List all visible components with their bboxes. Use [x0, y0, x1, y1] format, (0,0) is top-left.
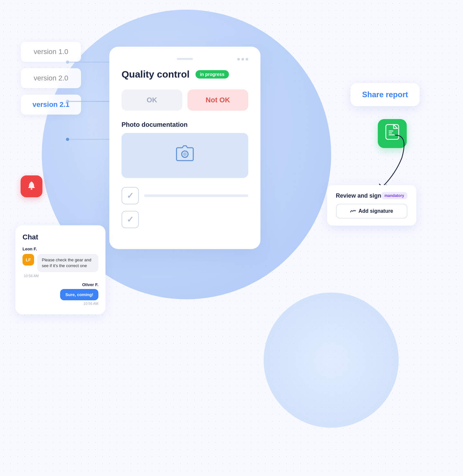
version-card-2[interactable]: version 2.0	[21, 68, 81, 88]
photo-section: Photo documentation	[122, 121, 248, 178]
check-mark-1: ✓	[127, 191, 134, 201]
review-title: Review and sign	[336, 192, 381, 199]
chat-user1-name: Leon F.	[23, 247, 98, 251]
svg-rect-6	[28, 187, 35, 188]
action-buttons: OK Not OK	[122, 89, 248, 111]
quality-control-card: Quality control in progress OK Not OK Ph…	[109, 47, 260, 249]
check-box-1[interactable]: ✓	[122, 187, 139, 204]
check-mark-2: ✓	[127, 215, 134, 225]
review-sign-card: Review and sign mandatory Add signature	[327, 185, 416, 226]
svg-rect-5	[386, 125, 399, 139]
photo-label: Photo documentation	[122, 121, 248, 128]
version-card-1[interactable]: version 1.0	[21, 42, 81, 62]
review-header: Review and sign mandatory	[336, 192, 407, 199]
card-header: Quality control in progress	[122, 69, 248, 80]
share-report-card[interactable]: Share report	[350, 83, 420, 106]
dot-3	[246, 58, 248, 61]
pdf-icon-box[interactable]	[378, 119, 407, 148]
chat-avatar-lf: LF	[23, 254, 34, 266]
dot-1	[237, 58, 240, 61]
drag-handle	[177, 58, 193, 60]
top-dots	[237, 58, 248, 61]
chat-reply-bubble: Sure, coming!	[60, 289, 98, 300]
version-label-2: version 2.0	[34, 74, 68, 82]
signature-icon	[350, 208, 356, 214]
version-label-1: version 1.0	[34, 48, 68, 56]
pdf-icon	[385, 124, 399, 143]
add-signature-button[interactable]: Add signature	[336, 204, 407, 219]
chat-reply-row: Oliver F. Sure, coming! 10:56 AM	[23, 282, 98, 305]
bell-icon	[26, 180, 37, 193]
not-ok-button[interactable]: Not OK	[187, 89, 248, 111]
check-item-1: ✓	[122, 187, 248, 204]
notification-button[interactable]	[21, 175, 42, 197]
dot-2	[241, 58, 244, 61]
chat-time-2: 10:56 AM	[84, 302, 98, 305]
share-report-text: Share report	[362, 90, 408, 99]
chat-bubble-message: Please check the gear and see if it's th…	[37, 254, 98, 272]
svg-point-4	[183, 152, 187, 156]
ok-button[interactable]: OK	[122, 89, 182, 111]
chat-user2-name: Oliver F.	[82, 282, 98, 287]
background-circle-small	[264, 293, 399, 428]
version-cards-list: version 1.0 version 2.0 version 2.1	[21, 42, 81, 115]
chat-title: Chat	[23, 233, 98, 241]
card-title: Quality control	[122, 69, 190, 80]
signature-btn-label: Add signature	[359, 208, 393, 214]
camera-icon	[175, 145, 195, 166]
chat-message-row: LF Please check the gear and see if it's…	[23, 254, 98, 272]
photo-upload-area[interactable]	[122, 133, 248, 178]
version-label-3: version 2.1	[32, 100, 69, 108]
check-item-2: ✓	[122, 211, 248, 228]
check-box-2[interactable]: ✓	[122, 211, 139, 228]
mandatory-badge: mandatory	[381, 192, 407, 199]
check-line-1	[144, 194, 248, 197]
svg-point-7	[31, 188, 32, 190]
status-badge: in progress	[195, 70, 229, 79]
version-card-3[interactable]: version 2.1	[21, 95, 81, 115]
chat-time-1: 10:56 AM	[24, 274, 98, 278]
chat-card: Chat Leon F. LF Please check the gear an…	[15, 225, 105, 314]
